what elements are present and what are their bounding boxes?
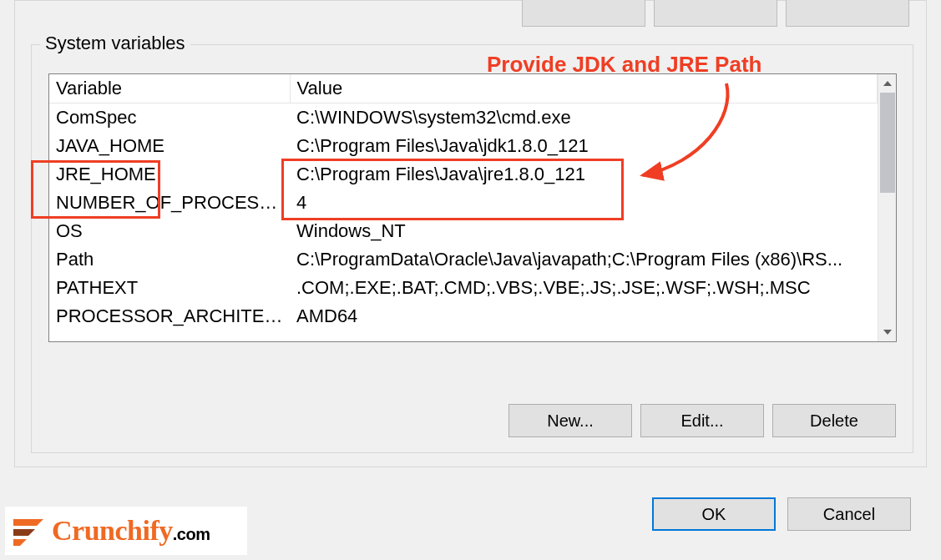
delete-button[interactable]: Delete xyxy=(772,404,896,437)
crunchify-logo: Crunchify.com xyxy=(5,507,247,555)
table-row[interactable]: JAVA_HOME C:\Program Files\Java\jdk1.8.0… xyxy=(49,132,878,160)
cell-value: C:\ProgramData\Oracle\Java\javapath;C:\P… xyxy=(290,245,878,274)
vertical-scrollbar[interactable] xyxy=(878,74,896,341)
cell-variable: PROCESSOR_ARCHITECTURE xyxy=(49,302,290,330)
cell-value: .COM;.EXE;.BAT;.CMD;.VBS;.VBE;.JS;.JSE;.… xyxy=(290,274,878,302)
crunchify-logo-text: Crunchify.com xyxy=(52,515,210,547)
logo-brand: Crunchify xyxy=(52,515,173,546)
cell-value: C:\Program Files\Java\jre1.8.0_121 xyxy=(290,160,878,189)
table-row[interactable]: ComSpec C:\WINDOWS\system32\cmd.exe xyxy=(49,103,878,133)
column-header-value[interactable]: Value xyxy=(290,74,878,103)
table-row[interactable]: PATHEXT .COM;.EXE;.BAT;.CMD;.VBS;.VBE;.J… xyxy=(49,274,878,302)
cancel-button[interactable]: Cancel xyxy=(787,497,911,531)
system-variables-list[interactable]: Variable Value ComSpec C:\WINDOWS\system… xyxy=(48,73,897,342)
panel: System variables Variable Value xyxy=(14,0,927,467)
table-row[interactable]: PROCESSOR_ARCHITECTURE AMD64 xyxy=(49,302,878,330)
cell-value: AMD64 xyxy=(290,302,878,330)
cell-value: 4 xyxy=(290,189,878,217)
crunchify-logo-icon xyxy=(10,514,47,547)
cell-variable: NUMBER_OF_PROCESSORS xyxy=(49,189,290,217)
edit-button[interactable]: Edit... xyxy=(640,404,764,437)
cell-variable: Path xyxy=(49,245,290,274)
system-variables-group: System variables Variable Value xyxy=(31,44,913,453)
scroll-up-icon[interactable] xyxy=(878,74,896,93)
cell-value: C:\WINDOWS\system32\cmd.exe xyxy=(290,103,878,133)
cell-variable: OS xyxy=(49,217,290,245)
scroll-down-icon[interactable] xyxy=(878,323,896,341)
ghost-button-3[interactable] xyxy=(786,0,909,27)
column-header-variable[interactable]: Variable xyxy=(49,74,290,103)
svg-marker-0 xyxy=(13,519,43,526)
cell-variable: JAVA_HOME xyxy=(49,132,290,160)
cell-value: C:\Program Files\Java\jdk1.8.0_121 xyxy=(290,132,878,160)
cell-variable: ComSpec xyxy=(49,103,290,133)
table-row[interactable]: JRE_HOME C:\Program Files\Java\jre1.8.0_… xyxy=(49,160,878,189)
table-row[interactable]: NUMBER_OF_PROCESSORS 4 xyxy=(49,189,878,217)
cell-variable: PATHEXT xyxy=(49,274,290,302)
group-title: System variables xyxy=(40,33,190,54)
cell-value: Windows_NT xyxy=(290,217,878,245)
logo-suffix: .com xyxy=(173,525,210,543)
annotation-text: Provide JDK and JRE Path xyxy=(487,52,761,78)
table-row[interactable]: OS Windows_NT xyxy=(49,217,878,245)
scrollbar-thumb[interactable] xyxy=(880,93,895,193)
system-variables-button-row: New... Edit... Delete xyxy=(32,404,896,437)
ghost-button-1[interactable] xyxy=(522,0,645,27)
cell-variable: JRE_HOME xyxy=(49,160,290,189)
ghost-button-2[interactable] xyxy=(654,0,777,27)
svg-marker-1 xyxy=(13,529,35,536)
svg-marker-2 xyxy=(13,539,27,546)
new-button[interactable]: New... xyxy=(508,404,632,437)
table-row[interactable]: Path C:\ProgramData\Oracle\Java\javapath… xyxy=(49,245,878,274)
ok-button[interactable]: OK xyxy=(652,497,776,531)
dialog-button-row: OK Cancel xyxy=(652,497,911,531)
upper-button-row xyxy=(522,0,909,27)
